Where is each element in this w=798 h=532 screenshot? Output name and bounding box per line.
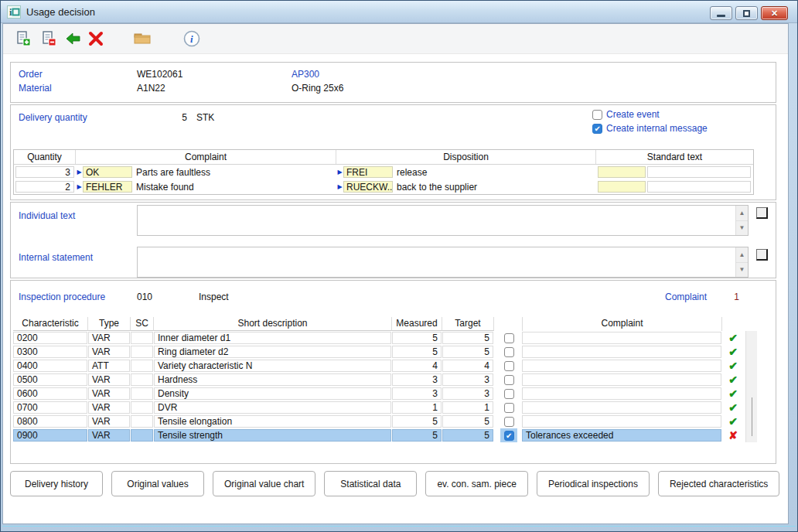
type-cell: VAR [88, 346, 130, 358]
folder-button[interactable] [133, 29, 152, 48]
complaint-field[interactable] [522, 346, 721, 358]
header-characteristic: Characteristic [13, 317, 88, 331]
dropdown-arrow-icon[interactable]: ▶ [336, 166, 343, 178]
delivery-history-button[interactable]: Delivery history [10, 471, 103, 496]
quantity-row[interactable]: 2 ▶ FEHLER Mistake found ▶ RUECKW... bac… [14, 179, 753, 194]
internal-statement-expand-button[interactable] [756, 249, 768, 261]
complaint-checkbox[interactable] [504, 417, 514, 427]
dropdown-arrow-icon[interactable]: ▶ [336, 181, 343, 193]
material-number: A1N22 [137, 83, 165, 94]
standard-text-code-field[interactable] [598, 166, 646, 178]
standard-text-code-field[interactable] [598, 181, 646, 193]
scroll-up-icon[interactable]: ▲ [736, 206, 748, 221]
rejected-characteristics-button[interactable]: Rejected characteristics [658, 471, 779, 496]
short-description-cell: DVR [154, 401, 391, 414]
complaint-field[interactable] [522, 401, 721, 414]
characteristic-row[interactable]: 0800 VAR Tensile elongation 5 5 ✔ [13, 414, 744, 428]
quantity-field[interactable]: 2 [15, 181, 74, 193]
ev-con-sam-piece-button[interactable]: ev. con. sam. piece [425, 471, 528, 496]
complaint-field[interactable] [522, 332, 721, 344]
characteristic-cell: 0700 [13, 401, 87, 414]
short-description-cell: Tensile strength [154, 429, 391, 442]
minimize-button[interactable] [710, 6, 732, 20]
create-event-checkbox[interactable] [592, 110, 602, 120]
create-internal-message-checkbox[interactable] [592, 124, 602, 134]
scroll-up-icon[interactable]: ▲ [736, 247, 748, 263]
complaint-text: Parts are faultless [132, 167, 210, 178]
complaint-checkbox[interactable] [504, 403, 514, 413]
short-description-cell: Tensile elongation [154, 415, 391, 428]
back-button[interactable] [64, 29, 83, 48]
order-label: Order [19, 69, 43, 80]
standard-text-field[interactable] [647, 166, 751, 178]
dropdown-arrow-icon[interactable]: ▶ [76, 181, 83, 193]
scrollbar-thumb[interactable] [752, 397, 752, 436]
restore-icon [743, 10, 750, 17]
complaint-field[interactable] [522, 387, 721, 400]
individual-text-expand-button[interactable] [756, 207, 768, 219]
scroll-down-icon[interactable]: ▼ [736, 221, 748, 236]
characteristic-row[interactable]: 0500 VAR Hardness 3 3 ✔ [13, 373, 744, 387]
delivery-quantity-unit: STK [196, 112, 214, 123]
target-cell: 5 [442, 332, 493, 344]
complaint-code-field[interactable]: OK [83, 166, 132, 178]
restore-button[interactable] [735, 6, 758, 20]
complaint-code-field[interactable]: FEHLER [83, 181, 132, 193]
individual-text-input[interactable]: ▲ ▼ [137, 205, 749, 236]
complaint-field[interactable] [522, 360, 721, 372]
scroll-down-icon[interactable]: ▼ [736, 263, 748, 278]
characteristic-row[interactable]: 0900 VAR Tensile strength 5 5 Tolerances… [13, 428, 744, 442]
complaint-field[interactable]: Tolerances exceeded [522, 429, 721, 442]
window-title: Usage decision [26, 6, 95, 18]
close-button[interactable]: ✕ [761, 6, 788, 20]
complaint-checkbox[interactable] [504, 361, 514, 371]
standard-text-field[interactable] [647, 181, 751, 193]
characteristics-table-header: Characteristic Type SC Short description… [13, 317, 744, 331]
characteristic-cell: 0900 [13, 429, 87, 442]
complaint-checkbox[interactable] [504, 375, 514, 385]
add-document-icon [15, 30, 32, 47]
internal-statement-input[interactable]: ▲ ▼ [137, 247, 749, 278]
disposition-code-field[interactable]: FREI [343, 166, 393, 178]
complaint-checkbox[interactable] [504, 389, 514, 399]
characteristics-table-scrollbar[interactable] [745, 331, 757, 442]
disposition-code-field[interactable]: RUECKW... [343, 181, 393, 193]
complaint-field[interactable] [522, 373, 721, 386]
characteristic-row[interactable]: 0700 VAR DVR 1 1 ✔ [13, 401, 744, 414]
characteristic-row[interactable]: 0300 VAR Ring diameter d2 5 5 ✔ [13, 345, 744, 359]
individual-text-scrollbar[interactable]: ▲ ▼ [735, 206, 748, 235]
short-description-cell: Hardness [154, 373, 391, 386]
internal-statement-scrollbar[interactable]: ▲ ▼ [735, 247, 748, 277]
quantity-table-header: Quantity Complaint Disposition Standard … [14, 150, 753, 165]
complaint-checkbox[interactable] [504, 431, 514, 441]
characteristic-row[interactable]: 0400 ATT Variety characteristic N 4 4 ✔ [13, 359, 744, 373]
add-document-button[interactable] [14, 29, 32, 48]
original-values-button[interactable]: Original values [111, 471, 204, 496]
quantity-field[interactable]: 3 [15, 166, 74, 178]
original-value-chart-button[interactable]: Original value chart [213, 471, 315, 496]
characteristic-cell: 0800 [13, 415, 87, 428]
characteristic-row[interactable]: 0600 VAR Density 3 3 ✔ [13, 387, 744, 401]
header-quantity: Quantity [14, 150, 76, 164]
characteristic-cell: 0200 [13, 332, 87, 344]
internal-statement-label: Internal statement [19, 252, 93, 263]
cancel-button[interactable] [87, 29, 105, 48]
periodical-inspections-button[interactable]: Periodical inspections [537, 471, 650, 496]
complaint-checkbox[interactable] [504, 347, 514, 357]
remove-document-button[interactable] [39, 29, 58, 48]
complaint-checkbox[interactable] [504, 333, 514, 343]
app-icon: i [7, 5, 21, 19]
header-short-description: Short description [154, 317, 392, 331]
info-button[interactable]: i [182, 29, 201, 48]
complaint-text: Mistake found [132, 182, 194, 193]
minimize-icon [717, 15, 725, 17]
individual-text-label: Individual text [19, 210, 75, 221]
characteristic-row[interactable]: 0200 VAR Inner diameter d1 5 5 ✔ [13, 331, 744, 345]
material-description: O-Ring 25x6 [292, 83, 343, 94]
title-bar[interactable]: i Usage decision ✕ [1, 1, 797, 23]
statistical-data-button[interactable]: Statistical data [324, 471, 417, 496]
dropdown-arrow-icon[interactable]: ▶ [76, 166, 83, 178]
complaint-field[interactable] [522, 415, 721, 428]
quantity-row[interactable]: 3 ▶ OK Parts are faultless ▶ FREI releas… [14, 165, 753, 179]
order-type[interactable]: AP300 [292, 69, 319, 80]
